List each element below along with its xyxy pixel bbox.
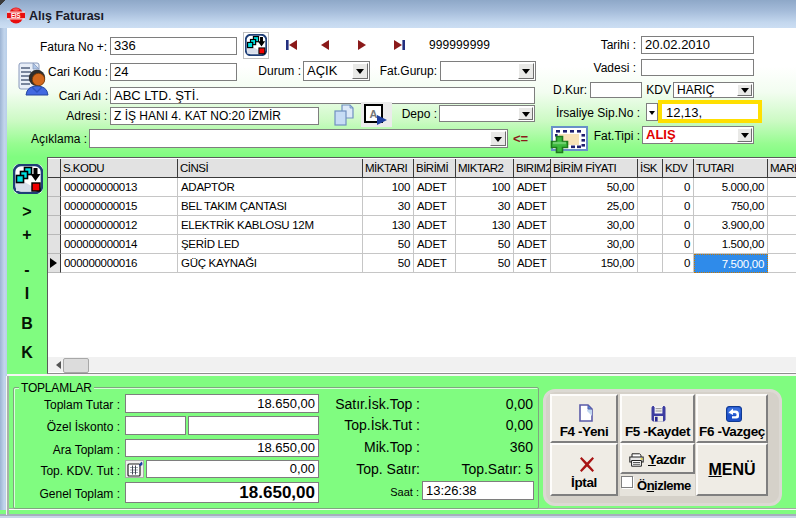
svg-text:A: A — [370, 108, 378, 120]
svg-text:EIS: EIS — [11, 12, 21, 19]
